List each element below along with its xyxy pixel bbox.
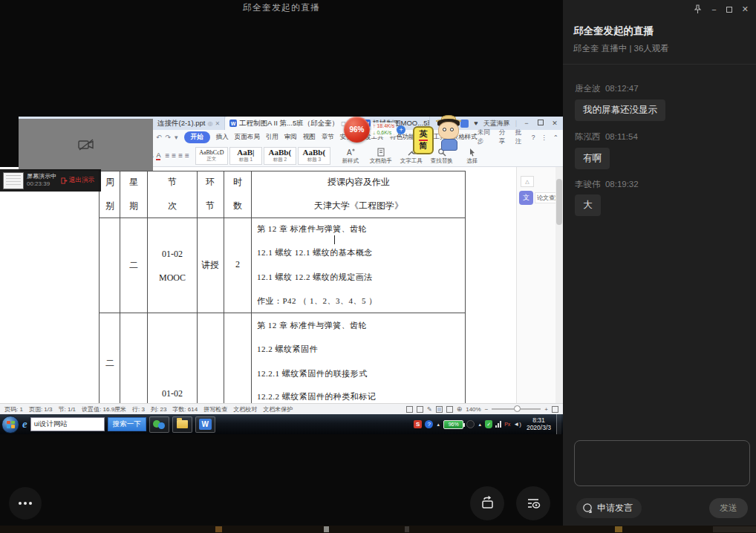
- header-step: 环: [206, 176, 215, 189]
- pin-icon[interactable]: [694, 4, 702, 14]
- tab-pin-icon[interactable]: ◎: [207, 120, 212, 127]
- fullread-view-icon[interactable]: [406, 406, 413, 413]
- menu-references[interactable]: 引用: [266, 133, 278, 142]
- comment-button[interactable]: 批注: [515, 128, 526, 146]
- upload-speed: 18.4K/s: [377, 123, 394, 128]
- taskbar-clock[interactable]: 8:31 2020/3/3: [524, 417, 553, 432]
- style-normal[interactable]: AaBbCcD 正文: [195, 147, 228, 165]
- zoom-slider-knob[interactable]: [514, 405, 521, 412]
- sync-status[interactable]: 未同步: [478, 128, 493, 146]
- zoom-slider[interactable]: [492, 408, 541, 410]
- taskbar-app-wps[interactable]: W: [195, 416, 215, 433]
- maximize-button[interactable]: [726, 5, 732, 14]
- minimize-button[interactable]: −: [711, 5, 716, 14]
- chat-message-input[interactable]: [574, 440, 750, 486]
- heart-icon: ♥: [474, 120, 478, 127]
- shinchan-pet-sticker[interactable]: 英 简: [413, 117, 471, 156]
- share-button[interactable]: 分享: [499, 128, 509, 146]
- fit-page-icon[interactable]: [552, 406, 558, 413]
- line-spacing-icon[interactable]: ≡: [185, 151, 189, 160]
- help-tray-icon[interactable]: ?: [425, 420, 433, 428]
- taskbar-search-input[interactable]: ui设计网站: [30, 417, 105, 431]
- cell-day: 二: [129, 259, 138, 272]
- security-shield-icon[interactable]: ✓: [485, 420, 492, 428]
- maximize-icon: [538, 120, 544, 125]
- exit-presentation-button[interactable]: 退出演示: [61, 176, 94, 185]
- scrollbar-thumb[interactable]: [556, 179, 562, 225]
- menu-page-layout[interactable]: 页面布局: [235, 133, 260, 142]
- style-heading3[interactable]: AaBb( 标题 3: [298, 147, 330, 165]
- toggle-list-view-button[interactable]: [516, 486, 550, 520]
- collapse-panel-button[interactable]: △: [521, 176, 534, 187]
- message-time: 08:11:54: [605, 132, 638, 141]
- speed-ball-widget[interactable]: 96% ↑ 18.4K/s ↓ 0.6K/s +: [344, 117, 405, 143]
- redo-icon[interactable]: ↷: [166, 134, 172, 141]
- tray-expand-icon[interactable]: ▲: [436, 422, 440, 427]
- font-color-icon[interactable]: A: [156, 151, 160, 160]
- zoom-in-icon[interactable]: +: [544, 406, 548, 413]
- network-error-icon[interactable]: Px: [504, 422, 510, 427]
- network-signal-icon[interactable]: [495, 421, 501, 428]
- taskbar-app-messenger[interactable]: [149, 416, 169, 433]
- zoom-level[interactable]: 140%: [466, 406, 480, 413]
- outline-view-icon[interactable]: [417, 406, 423, 413]
- edit-view-icon[interactable]: ✎: [427, 406, 432, 413]
- more-icon[interactable]: ⋮: [541, 134, 547, 141]
- table-gridline: [147, 171, 148, 403]
- search-go-button[interactable]: 搜索一下: [108, 417, 146, 431]
- add-icon[interactable]: +: [397, 125, 405, 134]
- tab-close-icon[interactable]: ✕: [215, 120, 220, 127]
- zoom-out-icon[interactable]: −: [485, 406, 489, 413]
- menu-insert[interactable]: 插入: [216, 133, 229, 142]
- translate-bubble[interactable]: 英 简: [413, 126, 434, 154]
- share-preview-thumbnail[interactable]: [3, 172, 24, 189]
- wps-close-button[interactable]: ✕: [550, 120, 559, 127]
- switch-layout-button[interactable]: [470, 486, 504, 520]
- close-button[interactable]: ✕: [742, 4, 749, 14]
- align-center-icon[interactable]: ≡: [172, 151, 176, 160]
- sogou-icon[interactable]: S: [414, 420, 422, 428]
- send-button[interactable]: 发送: [709, 498, 748, 518]
- undo-icon[interactable]: ↶: [156, 134, 162, 141]
- header-hours: 数: [233, 200, 242, 212]
- menu-view[interactable]: 视图: [303, 133, 316, 142]
- style-preview: AaB|: [237, 148, 254, 157]
- theme-tray-icon[interactable]: [466, 420, 475, 428]
- web-view-icon[interactable]: [446, 406, 453, 413]
- style-heading2[interactable]: AaBb( 标题 2: [264, 147, 296, 165]
- new-style-button[interactable]: A 新样式: [338, 148, 363, 164]
- speed-ball-percent[interactable]: 96%: [344, 117, 370, 143]
- menu-review[interactable]: 审阅: [284, 133, 297, 142]
- battery-indicator[interactable]: 96%: [443, 420, 463, 429]
- doc-assistant-button[interactable]: 文档助手: [368, 148, 394, 164]
- menu-section[interactable]: 章节: [322, 133, 334, 142]
- vertical-scrollbar[interactable]: [555, 167, 563, 403]
- print-view-icon[interactable]: [436, 406, 443, 413]
- wps-maximize-button[interactable]: [536, 120, 545, 127]
- menu-home[interactable]: 开始: [184, 131, 210, 143]
- protect-status[interactable]: 文档未保护: [263, 405, 293, 413]
- message-bubble: 我的屏幕还没显示: [575, 99, 665, 121]
- raise-hand-button[interactable]: 申请发言: [576, 498, 642, 518]
- caret-down-icon[interactable]: ▾: [175, 134, 178, 141]
- tray-expand-icon[interactable]: ▲: [478, 422, 482, 427]
- wps-minimize-button[interactable]: −: [522, 120, 531, 127]
- eye-protect-icon[interactable]: ⊕: [457, 405, 463, 413]
- help-icon[interactable]: ?: [532, 134, 535, 141]
- style-heading1[interactable]: AaB| 标题 1: [229, 147, 262, 165]
- taskbar-app-explorer[interactable]: [172, 416, 192, 433]
- collapse-ribbon-icon[interactable]: ⌃: [553, 134, 558, 141]
- volume-icon[interactable]: ◄): [513, 421, 521, 428]
- proofread-toggle[interactable]: 文档校对: [233, 405, 257, 413]
- sliver-fragment: [215, 526, 222, 532]
- wps-tab-doc-active[interactable]: W 工程制图A II 第...5班（邱全奎） ◻ ✕: [225, 117, 358, 130]
- skin-label[interactable]: 天蓝海豚: [483, 119, 510, 128]
- wps-tab-ppt[interactable]: 连接件(2-1).ppt ◎ ✕: [153, 117, 225, 130]
- start-button[interactable]: [1, 416, 19, 434]
- align-right-icon[interactable]: ≡: [178, 151, 183, 160]
- align-left-icon[interactable]: ≡: [165, 151, 169, 160]
- ie-browser-icon[interactable]: e: [22, 418, 27, 431]
- show-desktop-button[interactable]: [556, 414, 561, 434]
- more-options-button[interactable]: [9, 487, 42, 520]
- spellcheck-toggle[interactable]: 拼写检查: [203, 405, 227, 413]
